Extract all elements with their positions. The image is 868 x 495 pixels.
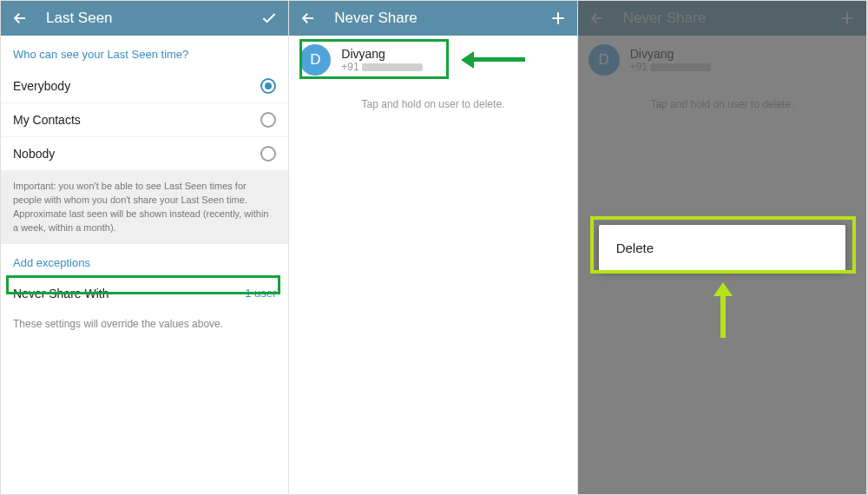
- never-share-count: 1 user: [245, 287, 276, 300]
- contact-name: Divyang: [341, 47, 423, 61]
- avatar: D: [299, 44, 331, 76]
- back-icon[interactable]: [298, 8, 319, 29]
- back-icon[interactable]: [10, 8, 30, 29]
- section-title-who: Who can see your Last Seen time?: [1, 36, 288, 69]
- header-title: Never Share: [334, 10, 547, 27]
- panel-never-share-menu: Never Share D Divyang +91 Tap and hold o…: [578, 1, 867, 494]
- option-label: My Contacts: [13, 113, 81, 127]
- section-title-exceptions: Add exceptions: [1, 244, 288, 278]
- header-bar: Never Share: [289, 1, 576, 36]
- option-label: Everybody: [13, 79, 70, 93]
- radio-icon: [260, 146, 276, 162]
- menu-item-delete[interactable]: Delete: [616, 241, 828, 255]
- option-everybody[interactable]: Everybody: [1, 69, 288, 103]
- option-nobody[interactable]: Nobody: [1, 137, 288, 171]
- contact-row[interactable]: D Divyang +91: [289, 36, 576, 84]
- never-share-row[interactable]: Never Share With 1 user: [1, 278, 288, 309]
- panel-last-seen: Last Seen Who can see your Last Seen tim…: [1, 1, 289, 494]
- add-icon[interactable]: [548, 8, 569, 29]
- radio-icon: [260, 112, 276, 128]
- option-label: Nobody: [13, 147, 55, 161]
- option-my-contacts[interactable]: My Contacts: [1, 103, 288, 137]
- context-menu: Delete: [599, 225, 845, 271]
- never-share-label: Never Share With: [13, 287, 108, 300]
- confirm-icon[interactable]: [259, 8, 279, 29]
- header-bar: Last Seen: [1, 1, 288, 36]
- contact-phone: +91: [341, 61, 423, 73]
- delete-hint: Tap and hold on user to delete.: [289, 84, 576, 124]
- redacted-number: [362, 63, 423, 71]
- footer-hint: These settings will override the values …: [1, 309, 288, 339]
- panel-never-share: Never Share D Divyang +91 Tap and hold o…: [289, 1, 577, 494]
- radio-icon: [260, 78, 276, 94]
- header-title: Last Seen: [46, 10, 259, 27]
- info-text: Important: you won't be able to see Last…: [1, 171, 288, 244]
